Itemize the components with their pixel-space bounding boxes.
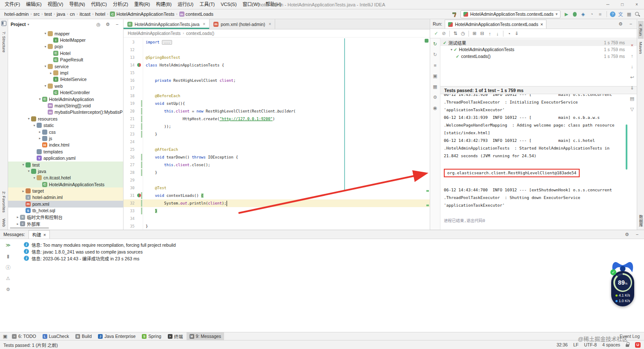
inspection-indicator-icon[interactable] — [425, 39, 428, 43]
menu-item-0[interactable]: 文件(F) — [2, 0, 23, 9]
tree-expander-icon[interactable]: ▾ — [26, 169, 31, 173]
code-line[interactable]: 14class HotelAdminApplicationTests { — [124, 61, 430, 69]
tree-item[interactable]: ▾resources — [8, 115, 123, 122]
collapse-all-icon[interactable]: ⊟ — [479, 30, 486, 37]
print-icon[interactable]: ▤ — [629, 95, 635, 102]
horizontal-scrollbar[interactable] — [10, 227, 49, 229]
build-hammer-icon[interactable] — [451, 11, 458, 17]
menu-item-4[interactable]: 代码(C) — [88, 0, 110, 9]
editor-breadcrumb-item[interactable]: HotelAdminApplicationTests — [128, 31, 181, 36]
tree-expander-icon[interactable]: ▾ — [21, 163, 26, 167]
search-everywhere-icon[interactable] — [634, 11, 641, 17]
restore-layout-icon[interactable]: ▦ — [432, 83, 439, 90]
project-stripe-icon[interactable] — [1, 21, 6, 26]
toolwindow-button-build[interactable]: BBuild — [72, 332, 95, 340]
rerun-build-icon[interactable]: ≫ — [5, 242, 12, 248]
message-row[interactable]: i信息: 2023-06-12 14:43 - 编译成功完成 in 23 s 2… — [16, 255, 644, 262]
tree-item[interactable]: ihotel-admin.iml — [8, 194, 123, 201]
editor-tab[interactable]: mpom.xml (hotel-admin)× — [210, 19, 275, 29]
code-line[interactable]: 12 — [124, 46, 430, 54]
code-line[interactable]: 18 @BeforeEach — [124, 92, 430, 100]
tree-item[interactable]: ▾web — [8, 83, 123, 89]
code-line[interactable]: 19 void setUp(){ — [124, 100, 430, 107]
trash-icon[interactable]: ▽ — [629, 106, 635, 112]
tree-expander-icon[interactable]: ▸ — [15, 215, 20, 219]
close-icon[interactable]: × — [43, 232, 46, 237]
run-settings-icon[interactable]: ⚙ — [617, 20, 624, 27]
tree-item[interactable]: IHotelMapper — [8, 37, 123, 43]
close-icon[interactable]: × — [269, 22, 271, 26]
tree-item[interactable]: ▸css — [8, 129, 123, 135]
tree-item[interactable]: mmain(String[]):void — [8, 102, 123, 109]
toolwindow-button-终端[interactable]: >终端 — [165, 332, 186, 340]
tree-item[interactable]: CHotelController — [8, 89, 123, 96]
breadcrumb-item[interactable]: src — [32, 12, 40, 17]
scroll-down-icon[interactable]: ↓ — [629, 63, 635, 70]
pause-output-icon[interactable]: ▮ — [5, 253, 12, 260]
status-widget[interactable]: 32:36 — [557, 342, 568, 347]
code-line[interactable]: 27 this.client.close(); — [124, 161, 430, 169]
tree-item[interactable]: ▸js — [8, 135, 123, 141]
tree-item[interactable]: mmybatisPlusInterceptor():MybatisP — [8, 109, 123, 115]
code-line[interactable]: 16 private RestHighLevelClient client; — [124, 77, 430, 84]
test-settings-icon[interactable]: ⚙ — [432, 94, 439, 101]
stripe-button-2-favorites[interactable]: 2: Favorites — [1, 188, 7, 216]
stripe-button-web[interactable]: Web — [1, 216, 7, 230]
tree-item[interactable]: ▾mapper — [8, 30, 123, 37]
soft-wrap-icon[interactable]: ↩ — [629, 74, 635, 81]
toolwindow-button-6-todo[interactable]: ≡6: TODO — [9, 332, 39, 340]
tree-item[interactable]: ▾java — [8, 168, 123, 174]
tree-expander-icon[interactable]: ▾ — [32, 176, 37, 180]
tree-item[interactable]: ▸impl — [8, 69, 123, 76]
export-results-icon[interactable]: ⇓ — [513, 30, 520, 37]
tree-expander-icon[interactable]: ▸ — [49, 71, 53, 75]
tree-expander-icon[interactable]: ▾ — [26, 117, 31, 121]
code-line[interactable]: 30 @Test — [124, 184, 430, 192]
menu-item-9[interactable]: 工具(T) — [196, 0, 218, 9]
debug-button[interactable] — [573, 12, 577, 17]
tree-item[interactable]: ▾pojo — [8, 43, 123, 50]
code-line[interactable]: 34 — [124, 215, 430, 222]
breadcrumb-item[interactable]: hotel-admin — [3, 12, 29, 17]
tree-item[interactable]: CHotel — [8, 50, 123, 56]
help-icon[interactable]: ? — [610, 12, 615, 17]
tree-item[interactable]: CHotelAdminApplicationTests — [8, 181, 123, 187]
tree-item[interactable]: ▾cn.itcast.hotel — [8, 175, 123, 181]
previous-failed-icon[interactable]: ↑ — [486, 30, 493, 37]
test-tree-row[interactable]: ▾✓HotelAdminApplicationTests1 s 759 ms — [440, 46, 637, 53]
menu-item-2[interactable]: 视图(V) — [45, 0, 66, 9]
select-opened-file-icon[interactable]: ◎ — [95, 21, 102, 28]
close-icon[interactable]: × — [203, 22, 205, 26]
code-line[interactable]: 24 — [124, 138, 430, 146]
code-line[interactable]: 32 System.out.println(client); — [124, 199, 430, 207]
next-failed-icon[interactable]: ↓ — [494, 30, 501, 37]
tree-item[interactable]: ▸target — [8, 187, 123, 194]
project-settings-icon[interactable]: ⚙ — [104, 21, 111, 28]
run-test-icon[interactable] — [137, 193, 141, 197]
info-filter-icon[interactable]: ⓘ — [5, 264, 12, 271]
tree-item[interactable]: ▾CHotelAdminApplication — [8, 96, 123, 102]
tree-item[interactable]: templates — [8, 148, 123, 155]
close-icon[interactable]: × — [540, 22, 543, 27]
tree-item[interactable]: mpom.xml — [8, 201, 123, 207]
code-line[interactable]: 25 @AfterEach — [124, 146, 430, 153]
hide-panel-icon[interactable]: − — [114, 21, 121, 28]
code-line[interactable]: 3import ... — [124, 38, 430, 46]
sort-by-duration-icon[interactable]: ◷ — [460, 30, 466, 37]
status-widget[interactable]: UTF-8 — [584, 342, 597, 347]
show-ignored-icon[interactable]: ⊘ — [440, 30, 447, 37]
sort-alphabetically-icon[interactable]: ⇅ — [452, 30, 459, 37]
toolwindow-button-luacheck[interactable]: LLuaCheck — [40, 332, 72, 340]
breadcrumb-item[interactable]: java — [56, 12, 66, 17]
rerun-icon[interactable]: ↻ — [432, 40, 439, 47]
show-passed-icon[interactable]: ✓ — [433, 30, 440, 37]
scroll-up-icon[interactable]: ↑ — [629, 52, 635, 59]
breadcrumb-item[interactable]: CHotelAdminApplicationTests — [109, 12, 175, 17]
tree-expander-icon[interactable]: ▾ — [43, 84, 48, 88]
menu-item-10[interactable]: VCS(S) — [218, 0, 239, 9]
thread-dump-icon[interactable]: ▣ — [432, 72, 439, 79]
menu-item-8[interactable]: 运行(U) — [175, 0, 196, 9]
code-line[interactable]: 13@SpringBootTest — [124, 54, 430, 61]
minimize-run-icon[interactable]: − — [627, 20, 634, 27]
test-history-icon[interactable]: ◔ — [506, 30, 512, 37]
